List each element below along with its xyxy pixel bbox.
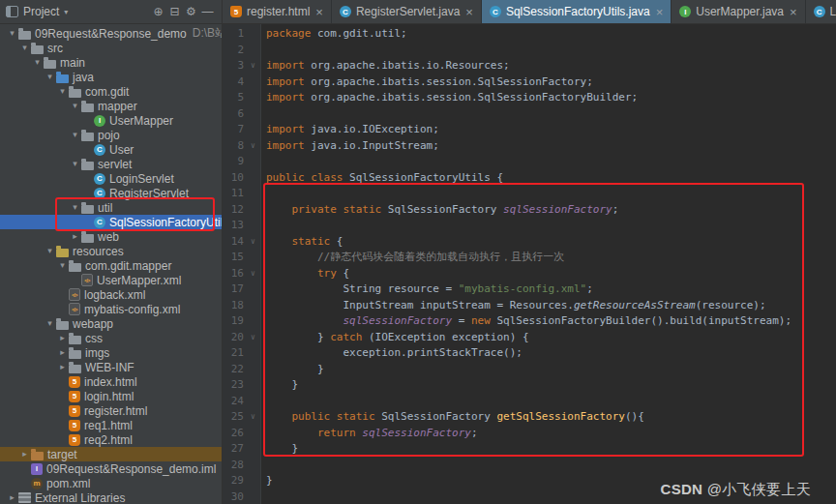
chevron-right-icon[interactable]: ▸	[56, 345, 69, 360]
tree-item-servlet[interactable]: ▾servlet	[0, 157, 222, 171]
tree-item-resources[interactable]: ▾resources	[0, 244, 222, 258]
code-text[interactable]: public static SqlSessionFactory getSqlSe…	[260, 409, 644, 426]
code-text[interactable]	[260, 43, 266, 59]
code-text[interactable]: static {	[260, 234, 343, 251]
code-text[interactable]: import java.io.IOException;	[260, 122, 439, 138]
tree-item-pojo[interactable]: ▾pojo	[0, 128, 222, 142]
close-tab-icon[interactable]: ×	[315, 6, 323, 18]
chevron-down-icon[interactable]: ▾	[44, 244, 56, 258]
tree-item-webapp[interactable]: ▾webapp	[0, 316, 222, 331]
code-text[interactable]: }	[260, 362, 324, 378]
hide-panel-icon[interactable]: —	[199, 0, 216, 23]
close-tab-icon[interactable]: ×	[465, 6, 473, 18]
fold-marker-icon[interactable]: ∨	[246, 409, 260, 426]
chevron-down-icon[interactable]: ▾	[69, 200, 81, 215]
chevron-down-icon[interactable]: ▾	[56, 258, 69, 273]
fold-marker-icon[interactable]: ∨	[246, 330, 260, 346]
chevron-right-icon[interactable]: ▸	[56, 331, 69, 345]
code-text[interactable]: try {	[260, 266, 349, 282]
tree-item-main[interactable]: ▾main	[0, 55, 222, 70]
code-text[interactable]	[260, 458, 266, 474]
code-text[interactable]	[260, 106, 266, 123]
code-text[interactable]: exception.printStackTrace();	[260, 345, 522, 362]
fold-marker-icon[interactable]: ∨	[246, 138, 260, 155]
tab-registerservlet-java[interactable]: CRegisterServlet.java×	[332, 0, 482, 23]
code-text[interactable]: import org.apache.ibatis.io.Resources;	[260, 58, 510, 74]
fold-marker-icon[interactable]: ∨	[246, 234, 260, 251]
code-text[interactable]	[260, 489, 266, 504]
chevron-down-icon[interactable]: ▾	[64, 8, 68, 16]
code-text[interactable]: return sqlSessionFactory;	[260, 426, 478, 442]
tree-item-usermapper-xml[interactable]: </>UserMapper.xml	[0, 273, 222, 287]
code-text[interactable]	[260, 218, 266, 234]
code-text[interactable]	[260, 186, 266, 202]
tree-item-user[interactable]: CUser	[0, 142, 222, 157]
tree-item-target[interactable]: ▸target	[0, 447, 222, 461]
tree-item-pom-xml[interactable]: mpom.xml	[0, 476, 222, 490]
code-text[interactable]: //静态代码块会随着类的加载自动执行，且执行一次	[260, 250, 564, 266]
tree-item-registerservlet[interactable]: CRegisterServlet	[0, 186, 222, 200]
tree-item-css[interactable]: ▸css	[0, 331, 222, 345]
tree-item-com-gdit-mapper[interactable]: ▾com.gdit.mapper	[0, 258, 222, 273]
code-text[interactable]: public class SqlSessionFactoryUtils {	[260, 170, 503, 187]
tree-item-req2-html[interactable]: 5req2.html	[0, 432, 222, 447]
code-text[interactable]: } catch (IOException exception) {	[260, 330, 529, 346]
code-text[interactable]: sqlSessionFactory = new SqlSessionFactor…	[260, 313, 791, 330]
tree-item-java[interactable]: ▾java	[0, 70, 222, 84]
code-text[interactable]	[260, 394, 266, 410]
code-text[interactable]: package com.gdit.util;	[260, 26, 407, 43]
tab-loginservlet-java[interactable]: CLoginServlet.java×	[806, 0, 836, 23]
tree-item-imgs[interactable]: ▸imgs	[0, 345, 222, 360]
chevron-right-icon[interactable]: ▸	[69, 229, 81, 244]
chevron-down-icon[interactable]: ▾	[44, 316, 56, 331]
tab-usermapper-java[interactable]: IUserMapper.java×	[672, 0, 805, 23]
tree-item-login-html[interactable]: 5login.html	[0, 389, 222, 403]
tree-item-web-inf[interactable]: ▸WEB-INF	[0, 360, 222, 374]
chevron-right-icon[interactable]: ▸	[6, 490, 18, 504]
tree-item-loginservlet[interactable]: CLoginServlet	[0, 171, 222, 186]
code-text[interactable]: }	[260, 441, 298, 458]
code-text[interactable]	[260, 154, 266, 170]
code-text[interactable]: }	[260, 473, 273, 489]
code-text[interactable]: InputStream inputStream = Resources.getR…	[260, 298, 766, 314]
close-tab-icon[interactable]: ×	[656, 6, 664, 18]
tree-item-external-libraries[interactable]: ▸External Libraries	[0, 490, 222, 504]
chevron-down-icon[interactable]: ▾	[44, 70, 56, 84]
chevron-down-icon[interactable]: ▾	[69, 128, 81, 142]
settings-gear-icon[interactable]: ⚙	[183, 0, 199, 23]
tree-item-req1-html[interactable]: 5req1.html	[0, 418, 222, 432]
collapse-all-icon[interactable]: ⊟	[166, 0, 183, 23]
tab-register-html[interactable]: 5register.html×	[223, 0, 332, 23]
code-text[interactable]: private static SqlSessionFactory sqlSess…	[260, 202, 618, 219]
code-editor[interactable]: 1package com.gdit.util;23∨import org.apa…	[223, 24, 836, 504]
chevron-down-icon[interactable]: ▾	[56, 84, 69, 99]
tree-item-register-html[interactable]: 5register.html	[0, 403, 222, 418]
tree-item-com-gdit[interactable]: ▾com.gdit	[0, 84, 222, 99]
code-text[interactable]: String resource = "mybatis-config.xml";	[260, 282, 593, 298]
code-text[interactable]: }	[260, 377, 298, 394]
chevron-right-icon[interactable]: ▸	[18, 447, 31, 461]
tool-window-icon[interactable]	[6, 6, 18, 17]
code-text[interactable]: import java.io.InputStream;	[260, 138, 439, 155]
chevron-right-icon[interactable]: ▸	[56, 360, 69, 374]
fold-marker-icon[interactable]: ∨	[246, 58, 260, 74]
fold-marker-icon[interactable]: ∨	[246, 266, 260, 282]
tree-item-index-html[interactable]: 5index.html	[0, 374, 222, 389]
locate-file-icon[interactable]: ⊕	[150, 0, 166, 23]
project-panel-title[interactable]: Project	[23, 5, 59, 18]
close-tab-icon[interactable]: ×	[790, 6, 797, 18]
chevron-down-icon[interactable]: ▾	[69, 99, 81, 113]
tree-item-web[interactable]: ▸web	[0, 229, 222, 244]
tree-item-mybatis-config-xml[interactable]: </>mybatis-config.xml	[0, 302, 222, 316]
tree-item-src[interactable]: ▾src	[0, 41, 222, 55]
tree-item-sqlsessionfactoryutils[interactable]: CSqlSessionFactoryUtils	[0, 215, 222, 229]
chevron-down-icon[interactable]: ▾	[18, 41, 31, 55]
chevron-down-icon[interactable]: ▾	[31, 55, 44, 70]
tree-item-mapper[interactable]: ▾mapper	[0, 99, 222, 113]
code-text[interactable]: import org.apache.ibatis.session.SqlSess…	[260, 90, 638, 106]
tree-item-logback-xml[interactable]: </>logback.xml	[0, 287, 222, 302]
tree-item-09request-response-demo-iml[interactable]: I09Request&Response_demo.iml	[0, 461, 222, 476]
chevron-down-icon[interactable]: ▾	[69, 157, 81, 171]
tree-item-usermapper[interactable]: IUserMapper	[0, 113, 222, 128]
tree-item-09request-response-demo[interactable]: ▾09Request&Response_demoD:\B站黑马程序	[0, 26, 222, 41]
